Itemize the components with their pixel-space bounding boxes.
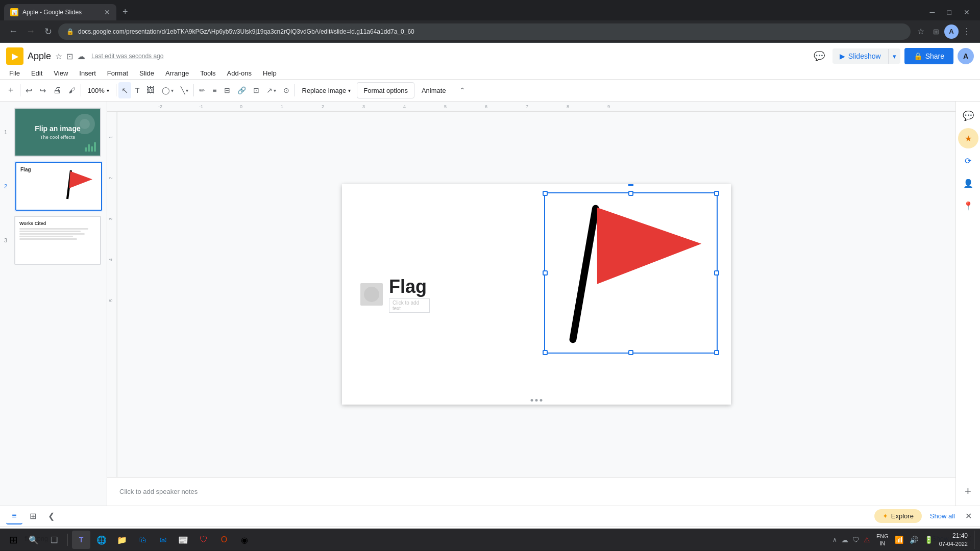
sidebar-map-icon[interactable]: 📍 — [958, 195, 978, 216]
mask-button[interactable]: ⊙ — [280, 82, 292, 98]
text-tool[interactable]: T — [132, 82, 143, 98]
paint-format-button[interactable]: 🖌 — [65, 82, 79, 98]
handle-tc[interactable] — [628, 191, 633, 196]
language-indicator[interactable]: ENG IN — [876, 533, 889, 547]
collapse-toolbar-button[interactable]: ⌃ — [455, 82, 470, 98]
tray-virus-icon[interactable]: ⚠ — [864, 536, 870, 544]
new-tab-button[interactable]: + — [118, 5, 132, 20]
rotate-handle[interactable] — [628, 184, 633, 186]
volume-icon[interactable]: 🔊 — [910, 536, 918, 544]
crop-button[interactable]: ⊡ — [250, 82, 262, 98]
show-desktop-button[interactable] — [974, 531, 976, 549]
zoom-button[interactable]: 100% ▾ — [83, 82, 114, 98]
replace-image-button[interactable]: Replace image ▾ — [297, 82, 356, 98]
undo-button[interactable]: ↩ — [22, 82, 35, 98]
menu-addons[interactable]: Add-ons — [222, 67, 257, 79]
slide-thumb-2[interactable]: 2 Flag — [14, 161, 103, 212]
taskview-button[interactable]: ❑ — [45, 531, 63, 549]
close-button[interactable]: ✕ — [958, 6, 976, 18]
menu-format[interactable]: Format — [102, 67, 133, 79]
format-options-button[interactable]: Format options — [357, 82, 414, 98]
handle-tl[interactable] — [543, 191, 548, 196]
sidebar-add-button[interactable]: + — [958, 481, 978, 502]
edge-taskbar-icon[interactable]: 🌐 — [92, 531, 111, 549]
handle-ml[interactable] — [543, 270, 548, 276]
sidebar-chat-icon[interactable]: 💬 — [958, 106, 978, 126]
user-avatar[interactable]: A — [958, 48, 974, 64]
shape-tool[interactable]: ◯▾ — [159, 82, 177, 98]
animate-button[interactable]: Animate — [415, 82, 452, 98]
tray-up-icon[interactable]: ∧ — [832, 536, 837, 543]
redo-button[interactable]: ↪ — [36, 82, 49, 98]
star-button[interactable]: ☆ — [55, 52, 62, 61]
minimize-button[interactable]: ─ — [924, 6, 941, 18]
show-all-button[interactable]: Show all — [926, 510, 959, 522]
collapse-panel-button[interactable]: ❮ — [43, 508, 59, 524]
start-button[interactable]: ⊞ — [4, 531, 22, 549]
browser-more-button[interactable]: ⋮ — [960, 24, 974, 39]
close-explore-button[interactable]: ✕ — [963, 509, 974, 523]
slide-viewport[interactable]: Flag Click to add text — [117, 112, 955, 477]
align-v-button[interactable]: ⊟ — [221, 82, 233, 98]
link-button[interactable]: 🔗 — [234, 82, 249, 98]
menu-view[interactable]: View — [48, 67, 73, 79]
chrome-taskbar-icon[interactable]: ◉ — [235, 531, 254, 549]
menu-arrange[interactable]: Arrange — [160, 67, 194, 79]
tray-cloud-icon[interactable]: ☁ — [841, 536, 848, 544]
slide-thumb-1[interactable]: 1 Flip an image The cool effects — [14, 108, 103, 157]
browser-profile[interactable]: A — [944, 24, 959, 39]
menu-edit[interactable]: Edit — [26, 67, 47, 79]
print-button[interactable]: 🖨 — [50, 82, 64, 98]
image-tool[interactable]: 🖼 — [143, 82, 158, 98]
handle-bl[interactable] — [543, 350, 548, 355]
move-to-button[interactable]: ⊡ — [66, 52, 73, 61]
security-taskbar-icon[interactable]: 🛡 — [194, 531, 213, 549]
explore-button[interactable]: ✦ Explore — [874, 509, 922, 523]
search-button[interactable]: 🔍 — [24, 531, 43, 549]
menu-slide[interactable]: Slide — [134, 67, 159, 79]
news-taskbar-icon[interactable]: 📰 — [174, 531, 192, 549]
handle-br[interactable] — [714, 350, 719, 355]
forward-button[interactable]: → — [23, 24, 38, 39]
align-h-button[interactable]: ≡ — [209, 82, 219, 98]
share-button[interactable]: 🔒 Share — [904, 48, 953, 64]
mail-taskbar-icon[interactable]: ✉ — [154, 531, 172, 549]
address-bar[interactable]: 🔒 docs.google.com/presentation/d/1ebTKA9… — [58, 23, 911, 40]
handle-mr[interactable] — [714, 270, 719, 276]
restore-button[interactable]: □ — [941, 6, 958, 18]
slide-thumb-3[interactable]: 3 Works Cited — [14, 216, 103, 265]
select-tool[interactable]: ↖ — [118, 82, 131, 98]
grid-view-button[interactable]: ⊞ — [24, 508, 41, 524]
line-tool[interactable]: ╲▾ — [178, 82, 191, 98]
present-button[interactable]: ▶ Slideshow — [832, 48, 888, 64]
office-taskbar-icon[interactable]: O — [215, 531, 233, 549]
battery-icon[interactable]: 🔋 — [924, 536, 933, 544]
present-dropdown-button[interactable]: ▾ — [888, 49, 900, 64]
clock-display[interactable]: 21:40 07-04-2022 — [939, 532, 968, 548]
slide-canvas[interactable]: Flag Click to add text — [342, 184, 731, 405]
menu-insert[interactable]: Insert — [74, 67, 101, 79]
speaker-notes-area[interactable]: Click to add speaker notes — [107, 477, 955, 506]
handle-tr[interactable] — [714, 191, 719, 196]
back-button[interactable]: ← — [6, 24, 20, 39]
sidebar-template-icon[interactable]: ★ — [958, 128, 978, 148]
list-view-button[interactable]: ≡ — [6, 508, 22, 524]
selected-image[interactable] — [544, 192, 718, 354]
extensions-button[interactable]: ⊞ — [929, 24, 943, 39]
menu-help[interactable]: Help — [258, 67, 282, 79]
tab-close-icon[interactable]: ✕ — [104, 8, 110, 16]
tray-security-icon[interactable]: 🛡 — [852, 536, 860, 544]
paint-tool[interactable]: ✏ — [196, 82, 208, 98]
sidebar-spell-icon[interactable]: ⟳ — [958, 151, 978, 171]
reload-button[interactable]: ↻ — [41, 24, 55, 39]
transform-button[interactable]: ↗▾ — [263, 82, 279, 98]
autosave-text[interactable]: Last edit was seconds ago — [91, 53, 163, 60]
sidebar-person-icon[interactable]: 👤 — [958, 173, 978, 193]
wifi-icon[interactable]: 📶 — [895, 536, 903, 544]
teams-taskbar-icon[interactable]: T — [72, 531, 90, 549]
bookmark-button[interactable]: ☆ — [914, 24, 928, 39]
menu-tools[interactable]: Tools — [195, 67, 220, 79]
menu-file[interactable]: File — [4, 67, 25, 79]
comment-button[interactable]: 💬 — [810, 47, 828, 65]
store-taskbar-icon[interactable]: 🛍 — [133, 531, 152, 549]
